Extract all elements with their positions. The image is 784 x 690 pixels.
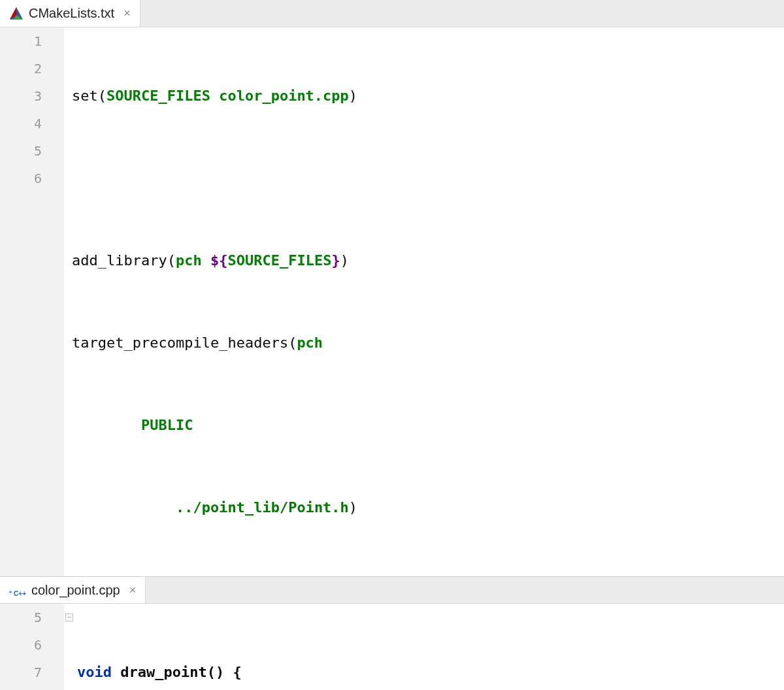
tabbar-cmake: CMakeLists.txt × [0, 0, 784, 27]
line-number: 2 [0, 55, 42, 82]
fold-marker-icon[interactable]: − [65, 614, 73, 621]
cmake-icon [9, 7, 24, 21]
close-icon[interactable]: × [123, 7, 131, 20]
gutter: 1 2 3 4 5 6 [0, 27, 64, 576]
tab-label: color_point.cpp [31, 583, 120, 598]
svg-rect-4 [9, 591, 12, 593]
tabbar-cpp: C++ color_point.cpp × [0, 576, 784, 604]
line-number: 5 [0, 137, 42, 165]
line-number: 4 [0, 110, 42, 137]
line-number: 5 [0, 604, 42, 631]
fold-column: − − [64, 604, 77, 690]
editor-cmake[interactable]: 1 2 3 4 5 6 set(SOURCE_FILES color_point… [0, 27, 784, 576]
tab-cmakelists[interactable]: CMakeLists.txt × [0, 0, 140, 27]
line-number: 1 [0, 27, 42, 55]
code-area[interactable]: set(SOURCE_FILES color_point.cpp) add_li… [64, 27, 784, 576]
tab-colorpoint-cpp[interactable]: C++ color_point.cpp × [0, 577, 146, 603]
cpp-file-icon: C++ [9, 583, 26, 597]
line-number: 3 [0, 82, 42, 110]
line-number: 7 [0, 659, 42, 686]
line-number: 6 [0, 165, 42, 192]
close-icon[interactable]: × [129, 583, 137, 597]
editor-cpp[interactable]: 5 6 7 8 9 − − void draw_point() { Point … [0, 604, 784, 690]
code-area[interactable]: void draw_point() { Point p = { _x: 2017… [77, 604, 784, 690]
line-number: 6 [0, 631, 42, 659]
line-number: 8 [0, 686, 42, 690]
tab-label: CMakeLists.txt [29, 6, 114, 21]
gutter: 5 6 7 8 9 [0, 604, 64, 690]
